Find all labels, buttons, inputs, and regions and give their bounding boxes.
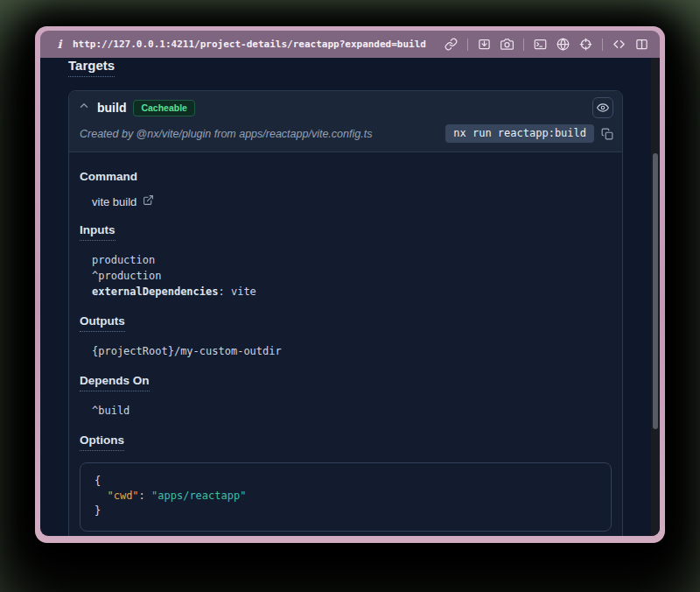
code-icon[interactable] [612,38,626,51]
json-line: "cwd": "apps/reactapp" [94,489,597,504]
output-item: {projectRoot}/my-custom-outdir [92,343,612,359]
input-item: externalDependencies: vite [92,284,612,300]
globe-icon[interactable] [556,38,570,51]
toolbar-divider [467,39,468,51]
inputs-list: production ^production externalDependenc… [92,252,612,300]
depends-on-section-heading[interactable]: Depends On [80,374,612,391]
build-header-row[interactable]: build Cacheable [78,97,613,118]
command-section-heading: Command [80,170,612,183]
cacheable-badge: Cacheable [133,100,195,116]
target-card-build: build Cacheable Created by @nx/vite/plug… [68,90,623,536]
json-line: { [94,474,597,489]
run-command-chip: nx run reactapp:build [445,124,594,143]
json-line: } [94,504,597,518]
input-item: production [92,252,612,268]
build-card-body: Command vite build Inputs production ^pr… [69,152,622,536]
link-icon[interactable] [444,38,458,51]
depends-on-item: ^build [92,403,612,419]
camera-icon[interactable] [500,38,514,51]
options-section-heading[interactable]: Options [80,433,612,451]
copy-button[interactable] [601,128,613,140]
crosshair-icon[interactable] [579,38,592,51]
info-icon: i [54,38,65,51]
eye-button[interactable] [592,97,613,118]
input-item: ^production [92,268,612,284]
scrollbar-thumb[interactable] [653,153,658,429]
target-name: build [97,101,126,115]
json-string-value: "apps/reactapp" [151,490,246,502]
external-link-icon[interactable] [143,194,154,208]
options-json-block: { "cwd": "apps/reactapp"} [80,462,612,532]
browser-window: i http://127.0.0.1:4211/project-details/… [35,26,665,543]
depends-on-list: ^build [92,403,612,419]
page-title[interactable]: Targets [68,58,115,77]
inputs-section-heading[interactable]: Inputs [80,223,612,241]
outputs-section-heading[interactable]: Outputs [80,314,612,332]
address-bar[interactable]: http://127.0.0.1:4211/project-details/re… [73,39,444,50]
toolbar-divider [602,39,603,51]
page-content: Targets build Cacheable [40,58,660,536]
outputs-list: {projectRoot}/my-custom-outdir [92,343,612,359]
scrollbar-track[interactable] [651,58,660,536]
build-card-header: build Cacheable Created by @nx/vite/plug… [69,91,622,152]
json-key: "cwd" [107,490,138,502]
created-by-text: Created by @nx/vite/plugin from apps/rea… [80,128,445,140]
browser-titlebar: i http://127.0.0.1:4211/project-details/… [40,31,660,58]
toolbar-divider [523,39,524,51]
command-value: vite build [92,195,136,208]
command-value-link[interactable]: vite build [92,194,612,208]
download-icon[interactable] [478,38,491,51]
terminal-icon[interactable] [534,38,547,51]
split-panel-icon[interactable] [635,38,648,51]
chevron-up-icon [78,100,90,116]
